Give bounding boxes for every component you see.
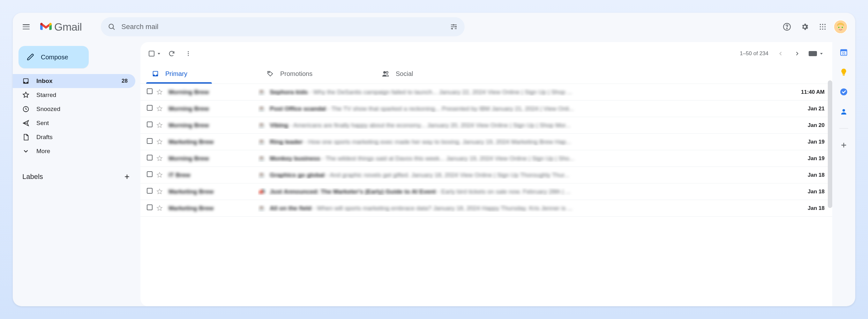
email-row[interactable]: IT Brew ☕ Graphics go global - And graph… — [141, 167, 832, 184]
caret-down-icon — [820, 53, 823, 55]
more-button[interactable] — [181, 46, 195, 61]
refresh-button[interactable] — [165, 46, 179, 61]
nav-snoozed[interactable]: Snoozed — [13, 102, 135, 116]
gmail-logo[interactable]: Gmail — [40, 21, 82, 33]
star-icon — [156, 189, 163, 195]
row-checkbox[interactable] — [147, 105, 153, 112]
tab-promotions[interactable]: Promotions — [258, 64, 373, 84]
inbox-count: 28 — [122, 78, 128, 84]
tab-primary[interactable]: Primary — [143, 64, 258, 84]
nav-inbox[interactable]: Inbox 28 — [13, 74, 135, 88]
calendar-app-button[interactable]: 31 — [839, 48, 848, 57]
svg-point-16 — [834, 21, 847, 33]
email-emoji: ☕ — [258, 89, 266, 95]
star-button[interactable] — [156, 155, 163, 162]
compose-button[interactable]: Compose — [19, 46, 89, 68]
row-checkbox[interactable] — [147, 171, 153, 179]
email-row[interactable]: Morning Brew ☕ Post Office scandal - The… — [141, 100, 832, 117]
email-content: ☕ Monkey business - The wildest things s… — [258, 155, 786, 162]
svg-point-12 — [825, 26, 826, 27]
tasks-app-button[interactable] — [839, 87, 848, 96]
star-button[interactable] — [156, 172, 163, 178]
email-subject: Post Office scandal — [270, 105, 326, 112]
row-checkbox[interactable] — [147, 138, 153, 146]
svg-point-2 — [453, 24, 454, 26]
add-label-button[interactable] — [121, 171, 133, 183]
email-date: 11:40 AM — [786, 89, 825, 95]
row-checkbox[interactable] — [147, 188, 153, 195]
row-checkbox[interactable] — [147, 204, 153, 212]
email-row[interactable]: Morning Brew ☕ Sephora kids - Why the De… — [141, 84, 832, 100]
tab-social[interactable]: Social — [373, 64, 488, 84]
row-checkbox[interactable] — [147, 88, 153, 96]
get-addons-button[interactable] — [839, 141, 848, 150]
email-emoji: ☕ — [258, 155, 266, 162]
star-button[interactable] — [156, 89, 163, 95]
nav-drafts[interactable]: Drafts — [13, 130, 135, 144]
star-button[interactable] — [156, 139, 163, 145]
star-button[interactable] — [156, 122, 163, 129]
email-date: Jan 18 — [786, 189, 825, 195]
scrollbar[interactable] — [828, 81, 832, 208]
keep-app-button[interactable] — [839, 68, 848, 76]
email-content: ☕ Graphics go global - And graphic novel… — [258, 171, 786, 179]
topbar-right — [780, 20, 847, 34]
row-checkbox[interactable] — [147, 155, 153, 162]
apps-grid-icon — [819, 23, 826, 30]
input-tools-button[interactable] — [807, 49, 825, 58]
caret-down-icon — [158, 53, 160, 55]
email-date: Jan 21 — [786, 105, 825, 112]
email-subject: Just Announced: The Marketer's (Early) G… — [270, 188, 436, 195]
checkbox-icon — [149, 51, 154, 57]
tasks-icon — [840, 88, 848, 96]
gmail-m-icon — [40, 22, 52, 31]
account-avatar[interactable] — [834, 20, 847, 34]
search-options-button[interactable] — [447, 20, 461, 34]
svg-point-4 — [452, 28, 453, 29]
support-button[interactable] — [780, 20, 794, 34]
search-input[interactable] — [119, 23, 447, 31]
nav-more[interactable]: More — [13, 144, 135, 158]
star-icon — [156, 155, 163, 162]
page-next-button[interactable] — [790, 46, 804, 61]
star-button[interactable] — [156, 189, 163, 195]
email-subject: Sephora kids — [270, 89, 308, 95]
nav-list: Inbox 28 Starred Snoozed Sent Draf — [13, 74, 141, 158]
svg-point-23 — [269, 72, 270, 73]
email-content: ☕ Post Office scandal - The TV show that… — [258, 105, 786, 112]
apps-button[interactable] — [816, 20, 830, 34]
app-name: Gmail — [54, 21, 82, 33]
email-emoji: 📣 — [258, 188, 266, 195]
contacts-app-button[interactable] — [839, 107, 848, 116]
body: Compose Inbox 28 Starred Snoozed — [13, 41, 855, 306]
svg-point-7 — [820, 24, 821, 25]
email-date: Jan 18 — [786, 172, 825, 178]
nav-starred[interactable]: Starred — [13, 88, 135, 102]
svg-point-13 — [820, 29, 821, 30]
email-list: Morning Brew ☕ Sephora kids - Why the De… — [141, 84, 832, 306]
search-button[interactable] — [105, 20, 119, 34]
email-row[interactable]: Morning Brew ☕ Vibing - Americans are fi… — [141, 117, 832, 134]
svg-point-14 — [822, 29, 823, 30]
email-row[interactable]: Marketing Brew 📣 Just Announced: The Mar… — [141, 184, 832, 200]
tune-icon — [450, 23, 458, 31]
settings-button[interactable] — [798, 20, 812, 34]
main-menu-button[interactable] — [19, 19, 34, 34]
page-prev-button[interactable] — [774, 46, 787, 61]
email-row[interactable]: Marketing Brew ☕ All on the field - When… — [141, 200, 832, 217]
row-checkbox[interactable] — [147, 122, 153, 129]
email-row[interactable]: Morning Brew ☕ Monkey business - The wil… — [141, 150, 832, 167]
star-icon — [156, 89, 163, 95]
email-emoji: ☕ — [258, 122, 266, 129]
email-row[interactable]: Marketing Brew ☕ Ring leader - How one s… — [141, 134, 832, 150]
svg-line-1 — [113, 28, 115, 30]
search-icon — [108, 23, 116, 31]
star-button[interactable] — [156, 205, 163, 212]
star-button[interactable] — [156, 105, 163, 112]
chevron-down-icon — [22, 148, 29, 155]
select-all-checkbox[interactable] — [147, 49, 162, 58]
email-snippet: - The wildest things said at Davos this … — [322, 155, 575, 162]
svg-point-18 — [841, 27, 843, 28]
people-icon — [382, 70, 389, 77]
nav-sent[interactable]: Sent — [13, 116, 135, 130]
